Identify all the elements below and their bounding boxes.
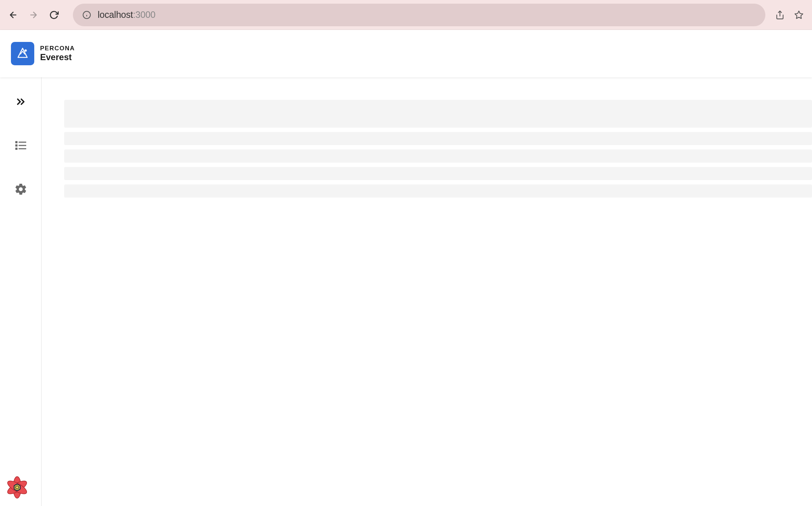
url-port: :3000 — [133, 9, 156, 20]
sidebar-expand-button[interactable] — [12, 93, 30, 111]
list-icon — [14, 139, 27, 152]
logo-icon — [11, 42, 34, 65]
url-host: localhost — [98, 9, 133, 20]
bookmark-button[interactable] — [794, 10, 804, 20]
sidebar-item-databases[interactable] — [12, 136, 30, 155]
chevrons-right-icon — [15, 96, 27, 108]
svg-rect-6 — [15, 141, 17, 143]
react-query-icon — [3, 473, 31, 502]
address-bar[interactable]: localhost:3000 — [73, 4, 765, 26]
browser-nav-buttons — [4, 9, 60, 21]
svg-rect-7 — [19, 142, 26, 143]
gear-icon — [14, 183, 27, 196]
logo[interactable]: PERCONA Everest — [11, 42, 75, 65]
share-button[interactable] — [775, 10, 785, 20]
logo-brand: PERCONA — [40, 45, 75, 52]
browser-chrome: localhost:3000 — [0, 0, 812, 30]
sidebar — [0, 77, 42, 506]
back-button[interactable] — [7, 9, 19, 21]
skeleton-row — [64, 132, 812, 145]
site-info-icon[interactable] — [82, 11, 91, 19]
skeleton-row — [64, 167, 812, 180]
skeleton-loader — [64, 100, 812, 198]
svg-marker-4 — [795, 11, 803, 19]
svg-rect-9 — [19, 145, 26, 146]
url-display: localhost:3000 — [98, 9, 155, 20]
skeleton-row — [64, 149, 812, 163]
browser-right-actions — [771, 10, 808, 20]
sidebar-item-settings[interactable] — [12, 180, 30, 198]
reload-button[interactable] — [48, 9, 60, 21]
app-header: PERCONA Everest — [0, 30, 812, 77]
svg-rect-8 — [15, 144, 17, 147]
svg-rect-10 — [15, 148, 17, 150]
skeleton-row — [64, 100, 812, 128]
svg-marker-15 — [14, 484, 20, 491]
svg-rect-11 — [19, 148, 26, 149]
svg-point-5 — [24, 49, 27, 51]
logo-product: Everest — [40, 52, 75, 62]
main-layout — [0, 77, 812, 506]
forward-button[interactable] — [28, 9, 39, 21]
react-query-devtools-button[interactable] — [3, 473, 31, 502]
logo-text: PERCONA Everest — [40, 45, 75, 62]
content-area — [42, 77, 812, 506]
skeleton-row — [64, 184, 812, 198]
